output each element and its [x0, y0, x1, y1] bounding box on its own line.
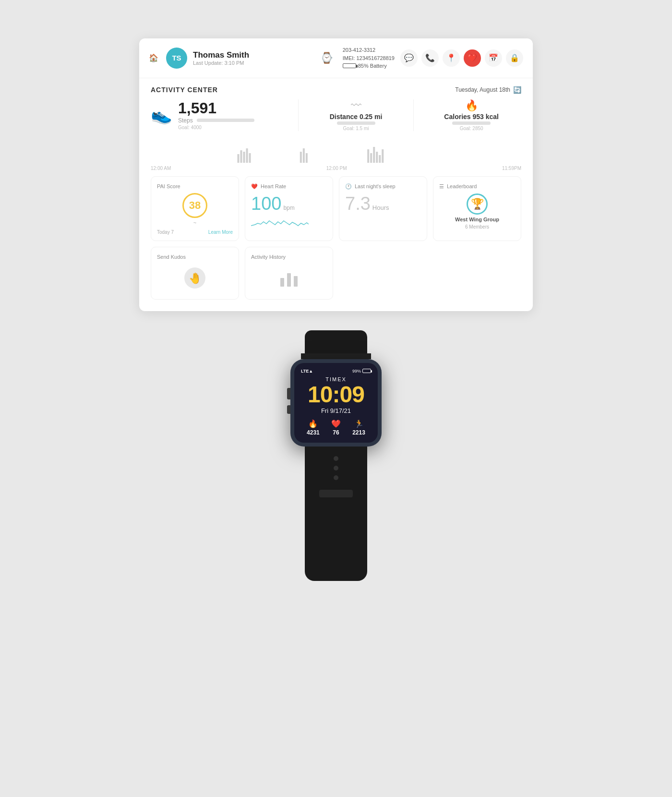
band-clasp	[319, 490, 353, 497]
steps-metric-value: 2213	[352, 429, 365, 436]
header: 🏠 TS Thomas Smith Last Update: 3:10 PM ⌚…	[139, 38, 533, 78]
call-button[interactable]: 📞	[421, 49, 439, 67]
user-name: Thomas Smith	[193, 50, 311, 60]
svg-rect-3	[246, 148, 248, 163]
screen-status-bar: LTE▲ 99%	[301, 369, 371, 374]
band-top-lug	[301, 353, 371, 359]
heart-metric-value: 76	[333, 429, 339, 436]
crown-button-bottom[interactable]	[287, 405, 290, 414]
battery-pct: 85% Battery	[358, 62, 387, 70]
calories-icon: 🔥	[465, 99, 478, 112]
heart-rate-widget[interactable]: ❤️ Heart Rate 100 bpm	[245, 176, 333, 241]
calendar-button[interactable]: 📅	[485, 49, 502, 67]
leaderboard-widget[interactable]: ☰ Leaderboard 🏆 West Wing Group 6 Member…	[433, 176, 521, 241]
chart-labels: 12:00 AM 12:00 PM 11:59PM	[151, 166, 521, 171]
svg-rect-8	[367, 149, 369, 163]
screen-metric-steps: 🏃 2213	[352, 419, 365, 436]
screen-time: 10:09	[301, 383, 371, 406]
watch-container: LTE▲ 99% TIMEX 10:09 Fri 9/17/21	[283, 330, 389, 581]
leaderboard-body: 🏆 West Wing Group 6 Members	[439, 193, 515, 229]
distance-value: Distance 0.25 mi	[330, 113, 383, 121]
heart-rate-title: ❤️ Heart Rate	[251, 183, 327, 190]
bar-chart-svg	[278, 268, 300, 288]
steps-text: Steps	[178, 117, 193, 124]
band-top	[305, 330, 367, 359]
lock-button[interactable]: 🔒	[506, 49, 523, 67]
activity-history-widget[interactable]: Activity History	[245, 247, 333, 300]
sleep-icon: 🕐	[345, 183, 352, 190]
pai-tilde: ~	[157, 220, 233, 226]
sos-button[interactable]: ❤️	[464, 49, 481, 67]
header-actions: 💬 📞 📍 ❤️ 📅 🔒	[400, 49, 523, 67]
calories-value: Calories 953 kcal	[444, 113, 499, 121]
steps-progress-bar	[197, 119, 254, 122]
screen-date: Fri 9/17/21	[301, 407, 371, 414]
svg-rect-6	[303, 148, 305, 163]
heart-rate-label: Heart Rate	[261, 183, 286, 189]
leaderboard-title: ☰ Leaderboard	[439, 183, 515, 190]
widget-grid-row2: Send Kudos 🤚 Activity History	[139, 241, 533, 300]
screen-brand: TIMEX	[301, 376, 371, 382]
activity-history-title: Activity History	[251, 254, 327, 260]
contact-info: 203-412-3312 IMEI: 1234516728819 85% Bat…	[343, 46, 395, 70]
steps-label: Steps	[178, 117, 254, 124]
divider-2	[413, 99, 414, 131]
pai-learn[interactable]: Learn More	[208, 229, 233, 235]
kudos-widget[interactable]: Send Kudos 🤚	[151, 247, 239, 300]
calories-goal: Goal: 2850	[460, 126, 483, 131]
hr-sparkline	[251, 216, 327, 232]
last-update: Last Update: 3:10 PM	[193, 60, 311, 66]
refresh-icon[interactable]: 🔄	[513, 86, 521, 94]
distance-progress-bar	[337, 121, 375, 125]
activity-history-icon	[251, 264, 327, 292]
distance-icon: 〰	[351, 99, 361, 112]
screen-metrics: 🔥 4231 ❤️ 76 🏃 2213	[301, 419, 371, 436]
pai-score-circle: 38	[182, 193, 207, 218]
calories-metric-value: 4231	[307, 429, 320, 436]
band-hole-1	[334, 456, 338, 461]
sleep-unit: Hours	[372, 204, 389, 211]
screen-metric-heart: ❤️ 76	[331, 419, 341, 436]
screen-battery-pct: 99%	[352, 369, 361, 374]
empty-col-3	[339, 247, 427, 300]
pai-widget[interactable]: PAI Score 38 ~ Today 7 Learn More	[151, 176, 239, 241]
calories-stat: 🔥 Calories 953 kcal Goal: 2850	[421, 99, 521, 131]
band-hole-2	[334, 466, 338, 471]
avatar: TS	[166, 48, 187, 69]
calories-progress-bar	[452, 121, 491, 125]
svg-rect-7	[306, 153, 308, 163]
activity-section: ACTIVITY CENTER Tuesday, August 18th 🔄 👟…	[139, 78, 533, 169]
location-button[interactable]: 📍	[443, 49, 460, 67]
home-icon: 🏠	[149, 53, 158, 62]
screen-battery-row: 99%	[352, 369, 371, 374]
watch-screen: LTE▲ 99% TIMEX 10:09 Fri 9/17/21	[294, 363, 378, 443]
svg-rect-16	[280, 278, 284, 287]
svg-rect-5	[300, 152, 302, 163]
crown-button-top[interactable]	[287, 388, 290, 399]
svg-rect-1	[240, 150, 242, 163]
shoe-icon: 👟	[151, 105, 172, 125]
hr-unit: bpm	[283, 205, 294, 211]
watch-outer: LTE▲ 99% TIMEX 10:09 Fri 9/17/21	[283, 330, 389, 581]
sleep-label: Last night's sleep	[355, 183, 396, 189]
kudos-title: Send Kudos	[157, 254, 233, 260]
svg-rect-17	[287, 273, 291, 287]
stats-row: 👟 1,591 Steps Goal: 4000 〰 Distance 0.25	[151, 99, 521, 131]
chart-svg	[151, 135, 521, 164]
screen-lte: LTE▲	[301, 369, 313, 374]
sleep-widget[interactable]: 🕐 Last night's sleep 7.3 Hours	[339, 176, 427, 241]
screen-metric-calories: 🔥 4231	[307, 419, 320, 436]
message-button[interactable]: 💬	[400, 49, 418, 67]
hr-sparkline-svg	[251, 216, 309, 230]
activity-chart: 12:00 AM 12:00 PM 11:59PM	[151, 135, 521, 169]
pai-title: PAI Score	[157, 183, 233, 189]
chart-label-mid: 12:00 PM	[326, 166, 347, 171]
pai-today: Today 7	[157, 229, 174, 235]
steps-count: 1,591	[178, 99, 254, 117]
screen-battery-icon	[362, 369, 371, 373]
leaderboard-members: 6 Members	[465, 224, 489, 229]
empty-col-4	[433, 247, 521, 300]
kudos-icon: 🤚	[157, 264, 233, 292]
steps-goal: Goal: 4000	[178, 125, 254, 130]
watch-body: LTE▲ 99% TIMEX 10:09 Fri 9/17/21	[290, 359, 382, 447]
